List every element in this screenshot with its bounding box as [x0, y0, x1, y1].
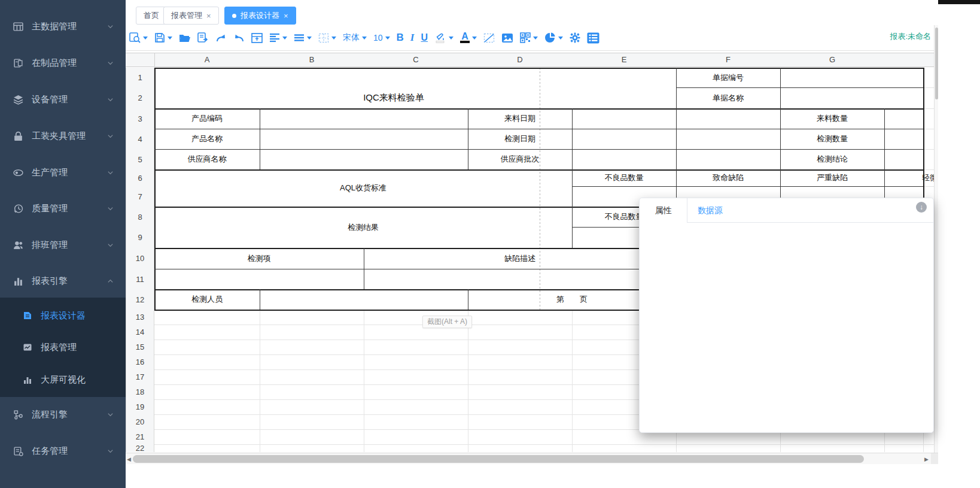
cell-fatal_defect[interactable]: 致命缺陷 [676, 169, 780, 186]
cell-aql[interactable]: AQL收货标准 [154, 169, 572, 207]
cell-doc_name[interactable]: 单据名称 [676, 87, 780, 108]
row-header[interactable]: 17 [126, 369, 154, 385]
cell-inspect_qty[interactable]: 检测数量 [780, 129, 884, 149]
sidebar-item-flow-engine[interactable]: 流程引擎 [0, 399, 126, 429]
row-header[interactable]: 14 [126, 325, 154, 340]
column-header[interactable]: E [572, 53, 677, 67]
horizontal-scrollbar[interactable]: ◀ ▶ [126, 453, 931, 464]
column-header[interactable]: B [260, 53, 364, 67]
tab-datasource[interactable]: 数据源 [698, 198, 723, 223]
save-button[interactable] [153, 31, 174, 44]
horizontal-scroll-thumb[interactable] [133, 455, 864, 463]
clear-cell-button[interactable] [482, 32, 496, 44]
scroll-right-icon[interactable]: ▶ [924, 455, 929, 463]
scroll-left-icon[interactable]: ◀ [127, 455, 131, 463]
row-header[interactable]: 11 [126, 269, 154, 290]
font-size-select[interactable]: 10 [372, 32, 391, 44]
sidebar-item-equipment[interactable]: 设备管理 [0, 84, 126, 114]
close-icon[interactable]: × [206, 11, 211, 20]
vertical-scroll-thumb[interactable] [935, 28, 938, 99]
sidebar-item-scheduling[interactable]: 排班管理 [0, 230, 126, 260]
row-header[interactable]: 13 [126, 310, 154, 325]
row-header[interactable]: 4 [126, 129, 154, 150]
row-header[interactable]: 12 [126, 289, 154, 310]
qrcode-button[interactable] [519, 31, 539, 44]
row-header[interactable]: 8 [126, 207, 154, 228]
cell-supplier_name[interactable]: 供应商名称 [154, 149, 260, 169]
merge-cells-button[interactable] [250, 32, 264, 44]
cell-inspect_item[interactable]: 检测项 [154, 248, 364, 269]
fill-color-button[interactable] [433, 31, 455, 44]
underline-button[interactable]: U [419, 31, 429, 44]
preview-button[interactable] [128, 31, 149, 44]
cell-doc_no[interactable]: 单据编号 [676, 68, 780, 87]
cell-defect_qty[interactable]: 不良品数量 [572, 169, 676, 186]
export-button[interactable] [196, 31, 210, 44]
font-color-button[interactable]: A [459, 31, 478, 44]
sidebar-item-report-manage[interactable]: 报表管理 [0, 332, 126, 362]
cell-edge_row6[interactable]: 轻微 [921, 169, 934, 186]
tab-report-manage[interactable]: 报表管理 × [163, 7, 219, 25]
column-header[interactable]: C [364, 53, 468, 67]
column-header[interactable]: D [468, 53, 573, 67]
sidebar-item-master-data[interactable]: 主数据管理 [0, 11, 126, 41]
font-family-select[interactable]: 宋体 [342, 31, 368, 44]
tab-properties[interactable]: 属性 [640, 198, 687, 223]
cell-inspect_result_label[interactable]: 检测结论 [780, 149, 884, 169]
cell-product_name[interactable]: 产品名称 [154, 129, 260, 149]
undo-button[interactable] [232, 32, 246, 44]
row-header[interactable]: 1 [126, 68, 154, 88]
borders-button[interactable] [317, 32, 337, 44]
row-header[interactable]: 5 [126, 149, 154, 170]
collapse-panel-icon[interactable]: ↓ [916, 202, 927, 213]
bold-button[interactable]: B [395, 31, 405, 45]
cell-supplier_batch[interactable]: 供应商批次 [468, 149, 572, 169]
sidebar-item-production[interactable]: 生产管理 [0, 157, 126, 187]
row-header[interactable]: 19 [126, 399, 154, 415]
cell-defect_desc[interactable]: 缺陷描述 [364, 248, 676, 269]
chart-button[interactable] [543, 31, 564, 44]
sidebar-item-quality[interactable]: 质量管理 [0, 193, 126, 223]
row-header[interactable]: 18 [126, 384, 154, 400]
sidebar-item-tooling[interactable]: 工装夹具管理 [0, 121, 126, 151]
open-button[interactable] [178, 32, 192, 44]
cell-title[interactable]: IQC来料检验单 [154, 87, 633, 108]
redo-button[interactable] [214, 32, 228, 44]
properties-panel[interactable]: 属性 数据源 ↓ [639, 198, 934, 433]
close-icon[interactable]: × [284, 11, 288, 20]
row-header[interactable]: 3 [126, 108, 154, 129]
row-header[interactable]: 6 [126, 169, 154, 187]
row-header[interactable]: 15 [126, 340, 154, 355]
row-header[interactable]: 21 [126, 429, 154, 445]
settings-button[interactable] [568, 31, 582, 44]
sidebar-item-report-designer[interactable]: 报表设计器 [0, 301, 126, 331]
cell-product_code[interactable]: 产品编码 [154, 108, 260, 129]
sidebar-item-report-engine[interactable]: 报表引擎 [0, 266, 126, 296]
cell-inspect_date[interactable]: 检测日期 [468, 129, 572, 149]
cell-incoming_qty[interactable]: 来料数量 [780, 108, 884, 129]
insert-image-button[interactable] [500, 32, 515, 44]
sidebar-item-wip[interactable]: 在制品管理 [0, 48, 126, 78]
italic-button[interactable]: I [409, 31, 416, 45]
row-header[interactable]: 16 [126, 354, 154, 370]
row-header[interactable]: 9 [126, 227, 154, 248]
row-header[interactable]: 20 [126, 414, 154, 430]
row-header[interactable]: 7 [126, 186, 154, 207]
row-header[interactable]: 10 [126, 248, 154, 269]
vertical-scrollbar[interactable] [934, 25, 938, 453]
column-header[interactable]: G [780, 53, 885, 67]
line-style-button[interactable] [293, 32, 313, 43]
row-header[interactable]: 22 [126, 444, 154, 452]
column-header[interactable]: F [676, 53, 781, 67]
column-header[interactable]: A [154, 53, 260, 67]
cell-inspect_result[interactable]: 检测结果 [154, 207, 572, 248]
form-settings-button[interactable] [586, 31, 601, 45]
tab-report-designer[interactable]: 报表设计器 × [224, 7, 296, 25]
row-header[interactable]: 2 [126, 87, 154, 109]
cell-incoming_date[interactable]: 来料日期 [468, 108, 572, 129]
sidebar-item-dashboard[interactable]: 大屏可视化 [0, 365, 126, 395]
cell-severe_defect[interactable]: 严重缺陷 [780, 169, 884, 186]
cell-inspector[interactable]: 检测人员 [154, 289, 260, 310]
sidebar-item-task-manage[interactable]: 任务管理 [0, 436, 126, 466]
align-button[interactable] [268, 32, 288, 44]
